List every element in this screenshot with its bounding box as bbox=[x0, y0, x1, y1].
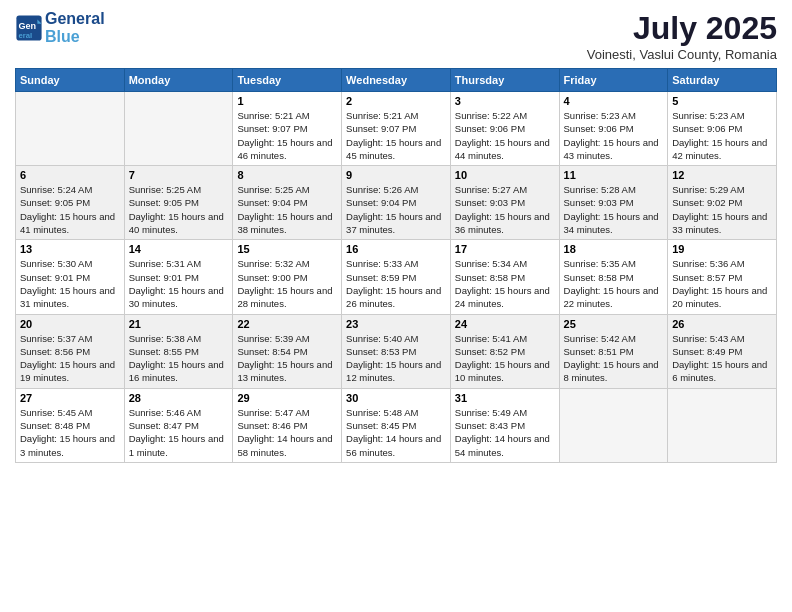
day-info: Sunrise: 5:23 AM Sunset: 9:06 PM Dayligh… bbox=[672, 109, 772, 162]
calendar-cell: 23Sunrise: 5:40 AM Sunset: 8:53 PM Dayli… bbox=[342, 314, 451, 388]
calendar-header-monday: Monday bbox=[124, 69, 233, 92]
day-info: Sunrise: 5:21 AM Sunset: 9:07 PM Dayligh… bbox=[346, 109, 446, 162]
calendar-header-row: SundayMondayTuesdayWednesdayThursdayFrid… bbox=[16, 69, 777, 92]
day-info: Sunrise: 5:23 AM Sunset: 9:06 PM Dayligh… bbox=[564, 109, 664, 162]
day-number: 14 bbox=[129, 243, 229, 255]
day-number: 20 bbox=[20, 318, 120, 330]
location: Voinesti, Vaslui County, Romania bbox=[587, 47, 777, 62]
day-info: Sunrise: 5:41 AM Sunset: 8:52 PM Dayligh… bbox=[455, 332, 555, 385]
month-title: July 2025 bbox=[587, 10, 777, 47]
calendar-cell: 2Sunrise: 5:21 AM Sunset: 9:07 PM Daylig… bbox=[342, 92, 451, 166]
day-info: Sunrise: 5:42 AM Sunset: 8:51 PM Dayligh… bbox=[564, 332, 664, 385]
calendar-cell: 28Sunrise: 5:46 AM Sunset: 8:47 PM Dayli… bbox=[124, 388, 233, 462]
day-info: Sunrise: 5:24 AM Sunset: 9:05 PM Dayligh… bbox=[20, 183, 120, 236]
calendar-cell: 25Sunrise: 5:42 AM Sunset: 8:51 PM Dayli… bbox=[559, 314, 668, 388]
day-info: Sunrise: 5:45 AM Sunset: 8:48 PM Dayligh… bbox=[20, 406, 120, 459]
day-number: 5 bbox=[672, 95, 772, 107]
day-number: 13 bbox=[20, 243, 120, 255]
calendar-cell: 24Sunrise: 5:41 AM Sunset: 8:52 PM Dayli… bbox=[450, 314, 559, 388]
logo-icon: Gen eral bbox=[15, 14, 43, 42]
day-info: Sunrise: 5:48 AM Sunset: 8:45 PM Dayligh… bbox=[346, 406, 446, 459]
calendar-cell: 29Sunrise: 5:47 AM Sunset: 8:46 PM Dayli… bbox=[233, 388, 342, 462]
calendar-cell: 31Sunrise: 5:49 AM Sunset: 8:43 PM Dayli… bbox=[450, 388, 559, 462]
day-number: 19 bbox=[672, 243, 772, 255]
day-number: 3 bbox=[455, 95, 555, 107]
day-info: Sunrise: 5:46 AM Sunset: 8:47 PM Dayligh… bbox=[129, 406, 229, 459]
calendar-cell: 13Sunrise: 5:30 AM Sunset: 9:01 PM Dayli… bbox=[16, 240, 125, 314]
day-number: 8 bbox=[237, 169, 337, 181]
calendar-cell: 17Sunrise: 5:34 AM Sunset: 8:58 PM Dayli… bbox=[450, 240, 559, 314]
day-info: Sunrise: 5:33 AM Sunset: 8:59 PM Dayligh… bbox=[346, 257, 446, 310]
day-number: 6 bbox=[20, 169, 120, 181]
calendar-cell: 19Sunrise: 5:36 AM Sunset: 8:57 PM Dayli… bbox=[668, 240, 777, 314]
day-number: 22 bbox=[237, 318, 337, 330]
svg-text:eral: eral bbox=[19, 30, 33, 39]
calendar-page: Gen eral General Blue July 2025 Voinesti… bbox=[0, 0, 792, 612]
day-number: 10 bbox=[455, 169, 555, 181]
calendar-header-tuesday: Tuesday bbox=[233, 69, 342, 92]
calendar-cell: 8Sunrise: 5:25 AM Sunset: 9:04 PM Daylig… bbox=[233, 166, 342, 240]
calendar-cell: 4Sunrise: 5:23 AM Sunset: 9:06 PM Daylig… bbox=[559, 92, 668, 166]
day-info: Sunrise: 5:29 AM Sunset: 9:02 PM Dayligh… bbox=[672, 183, 772, 236]
day-info: Sunrise: 5:25 AM Sunset: 9:05 PM Dayligh… bbox=[129, 183, 229, 236]
calendar-week-row: 1Sunrise: 5:21 AM Sunset: 9:07 PM Daylig… bbox=[16, 92, 777, 166]
day-info: Sunrise: 5:43 AM Sunset: 8:49 PM Dayligh… bbox=[672, 332, 772, 385]
day-number: 9 bbox=[346, 169, 446, 181]
day-info: Sunrise: 5:25 AM Sunset: 9:04 PM Dayligh… bbox=[237, 183, 337, 236]
day-number: 4 bbox=[564, 95, 664, 107]
calendar-cell: 7Sunrise: 5:25 AM Sunset: 9:05 PM Daylig… bbox=[124, 166, 233, 240]
calendar-cell bbox=[668, 388, 777, 462]
logo-general: General bbox=[45, 10, 105, 28]
day-info: Sunrise: 5:49 AM Sunset: 8:43 PM Dayligh… bbox=[455, 406, 555, 459]
calendar-cell: 16Sunrise: 5:33 AM Sunset: 8:59 PM Dayli… bbox=[342, 240, 451, 314]
day-number: 18 bbox=[564, 243, 664, 255]
calendar-cell: 3Sunrise: 5:22 AM Sunset: 9:06 PM Daylig… bbox=[450, 92, 559, 166]
calendar-cell: 6Sunrise: 5:24 AM Sunset: 9:05 PM Daylig… bbox=[16, 166, 125, 240]
title-block: July 2025 Voinesti, Vaslui County, Roman… bbox=[587, 10, 777, 62]
calendar-table: SundayMondayTuesdayWednesdayThursdayFrid… bbox=[15, 68, 777, 463]
calendar-week-row: 6Sunrise: 5:24 AM Sunset: 9:05 PM Daylig… bbox=[16, 166, 777, 240]
calendar-week-row: 27Sunrise: 5:45 AM Sunset: 8:48 PM Dayli… bbox=[16, 388, 777, 462]
day-info: Sunrise: 5:37 AM Sunset: 8:56 PM Dayligh… bbox=[20, 332, 120, 385]
day-info: Sunrise: 5:28 AM Sunset: 9:03 PM Dayligh… bbox=[564, 183, 664, 236]
calendar-header-wednesday: Wednesday bbox=[342, 69, 451, 92]
calendar-cell: 22Sunrise: 5:39 AM Sunset: 8:54 PM Dayli… bbox=[233, 314, 342, 388]
calendar-cell bbox=[124, 92, 233, 166]
day-info: Sunrise: 5:40 AM Sunset: 8:53 PM Dayligh… bbox=[346, 332, 446, 385]
day-number: 1 bbox=[237, 95, 337, 107]
day-info: Sunrise: 5:27 AM Sunset: 9:03 PM Dayligh… bbox=[455, 183, 555, 236]
day-info: Sunrise: 5:32 AM Sunset: 9:00 PM Dayligh… bbox=[237, 257, 337, 310]
day-info: Sunrise: 5:38 AM Sunset: 8:55 PM Dayligh… bbox=[129, 332, 229, 385]
day-number: 21 bbox=[129, 318, 229, 330]
calendar-cell bbox=[16, 92, 125, 166]
day-number: 17 bbox=[455, 243, 555, 255]
calendar-cell: 21Sunrise: 5:38 AM Sunset: 8:55 PM Dayli… bbox=[124, 314, 233, 388]
day-info: Sunrise: 5:34 AM Sunset: 8:58 PM Dayligh… bbox=[455, 257, 555, 310]
calendar-cell: 11Sunrise: 5:28 AM Sunset: 9:03 PM Dayli… bbox=[559, 166, 668, 240]
calendar-cell: 1Sunrise: 5:21 AM Sunset: 9:07 PM Daylig… bbox=[233, 92, 342, 166]
day-info: Sunrise: 5:31 AM Sunset: 9:01 PM Dayligh… bbox=[129, 257, 229, 310]
calendar-cell: 27Sunrise: 5:45 AM Sunset: 8:48 PM Dayli… bbox=[16, 388, 125, 462]
day-number: 30 bbox=[346, 392, 446, 404]
day-info: Sunrise: 5:30 AM Sunset: 9:01 PM Dayligh… bbox=[20, 257, 120, 310]
day-number: 2 bbox=[346, 95, 446, 107]
calendar-cell: 5Sunrise: 5:23 AM Sunset: 9:06 PM Daylig… bbox=[668, 92, 777, 166]
day-number: 7 bbox=[129, 169, 229, 181]
day-number: 31 bbox=[455, 392, 555, 404]
calendar-cell: 30Sunrise: 5:48 AM Sunset: 8:45 PM Dayli… bbox=[342, 388, 451, 462]
calendar-week-row: 20Sunrise: 5:37 AM Sunset: 8:56 PM Dayli… bbox=[16, 314, 777, 388]
header: Gen eral General Blue July 2025 Voinesti… bbox=[15, 10, 777, 62]
day-number: 11 bbox=[564, 169, 664, 181]
calendar-cell bbox=[559, 388, 668, 462]
day-info: Sunrise: 5:35 AM Sunset: 8:58 PM Dayligh… bbox=[564, 257, 664, 310]
calendar-header-thursday: Thursday bbox=[450, 69, 559, 92]
day-info: Sunrise: 5:22 AM Sunset: 9:06 PM Dayligh… bbox=[455, 109, 555, 162]
day-number: 15 bbox=[237, 243, 337, 255]
day-number: 28 bbox=[129, 392, 229, 404]
calendar-header-sunday: Sunday bbox=[16, 69, 125, 92]
calendar-cell: 14Sunrise: 5:31 AM Sunset: 9:01 PM Dayli… bbox=[124, 240, 233, 314]
calendar-header-saturday: Saturday bbox=[668, 69, 777, 92]
day-number: 24 bbox=[455, 318, 555, 330]
calendar-cell: 26Sunrise: 5:43 AM Sunset: 8:49 PM Dayli… bbox=[668, 314, 777, 388]
day-number: 27 bbox=[20, 392, 120, 404]
